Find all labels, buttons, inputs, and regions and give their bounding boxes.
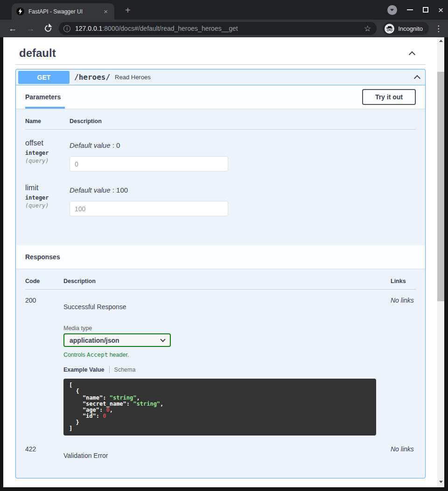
parameters-header: Parameters Try it out xyxy=(16,85,425,109)
browser-tab[interactable]: FastAPI - Swagger UI × xyxy=(12,3,114,20)
back-button[interactable]: ← xyxy=(8,24,17,33)
incognito-label: Incognito xyxy=(398,25,423,32)
divider xyxy=(109,366,110,373)
tab-example-value[interactable]: Example Value xyxy=(63,367,105,373)
param-limit-input[interactable] xyxy=(70,201,228,216)
url-host: 127.0.0.1 xyxy=(75,25,102,32)
browser-titlebar: FastAPI - Swagger UI × + × xyxy=(0,0,448,20)
media-type-label: Media type xyxy=(63,325,391,332)
url-path: :8000/docs#/default/read_heroes_heroes__… xyxy=(102,25,238,32)
opblock-summary[interactable]: GET /heroes/ Read Heroes xyxy=(16,69,425,85)
column-header-name: Name xyxy=(25,118,70,129)
column-header-resp-description: Description xyxy=(63,278,391,289)
tag-header[interactable]: default xyxy=(15,43,426,64)
parameters-table: Name Description offset integer (query) … xyxy=(16,109,425,245)
opblock-get-heroes: GET /heroes/ Read Heroes Parameters Try … xyxy=(15,69,426,478)
page-scrollbar[interactable] xyxy=(437,37,444,487)
response-200-code: 200 xyxy=(25,290,63,436)
window-close-button[interactable]: × xyxy=(438,6,443,14)
site-info-icon[interactable]: i xyxy=(63,25,70,32)
fastapi-favicon-icon xyxy=(16,7,24,15)
param-offset-description-cell: Default value : 0 xyxy=(70,130,416,172)
chevron-down-icon xyxy=(160,337,165,342)
accept-header-hint: Controls Accept header. xyxy=(63,351,391,358)
param-limit-name-cell: limit integer (query) xyxy=(25,172,70,216)
tab-close-icon[interactable]: × xyxy=(102,7,110,16)
address-bar[interactable]: i 127.0.0.1:8000/docs#/default/read_hero… xyxy=(59,22,377,35)
collapse-tag-icon[interactable] xyxy=(409,51,415,57)
column-header-description: Description xyxy=(70,118,416,129)
param-offset-input[interactable] xyxy=(70,156,228,172)
scrollbar-thumb[interactable] xyxy=(437,72,444,301)
window-maximize-button[interactable] xyxy=(423,7,428,13)
tab-title: FastAPI - Swagger UI xyxy=(28,8,102,15)
response-200-description-cell: Successful Response Media type applicati… xyxy=(63,290,391,436)
bookmark-star-icon[interactable]: ☆ xyxy=(364,24,371,34)
incognito-icon xyxy=(385,24,394,34)
browser-menu-icon[interactable]: ⋮ xyxy=(434,24,442,34)
responses-title: Responses xyxy=(25,253,60,261)
endpoint-summary: Read Heroes xyxy=(115,74,151,81)
reload-button[interactable] xyxy=(45,25,51,32)
response-200-links: No links xyxy=(391,290,416,436)
response-422-description: Validation Error xyxy=(63,452,391,459)
collapse-operation-icon[interactable] xyxy=(414,75,420,81)
window-minimize-button[interactable] xyxy=(407,9,413,10)
http-method-badge: GET xyxy=(18,71,70,84)
browser-toolbar: ← → i 127.0.0.1:8000/docs#/default/read_… xyxy=(0,20,448,37)
param-limit-description-cell: Default value : 100 xyxy=(70,172,416,216)
example-code[interactable]: [ { "name": "string", "secret_name": "st… xyxy=(63,379,376,436)
tab-schema[interactable]: Schema xyxy=(114,367,136,373)
media-type-select[interactable]: application/json xyxy=(63,333,171,347)
swagger-page: default GET /heroes/ Read Heroes Paramet… xyxy=(3,37,437,487)
response-422-links: No links xyxy=(391,438,416,459)
column-header-links: Links xyxy=(391,278,416,289)
scroll-down-icon[interactable] xyxy=(437,478,444,485)
tab-search-icon[interactable] xyxy=(387,5,397,15)
active-tab-underline xyxy=(25,107,65,109)
param-offset-name-cell: offset integer (query) xyxy=(25,130,70,172)
forward-button[interactable]: → xyxy=(26,24,35,33)
responses-table: Code Description Links 200 Successful Re… xyxy=(16,269,425,478)
endpoint-path: /heroes/ xyxy=(74,73,110,82)
tab-parameters[interactable]: Parameters xyxy=(25,85,63,109)
url-text: 127.0.0.1:8000/docs#/default/read_heroes… xyxy=(75,25,363,32)
response-422-description-cell: Validation Error xyxy=(63,438,391,459)
responses-header: Responses xyxy=(16,245,425,269)
scroll-up-icon[interactable] xyxy=(437,37,444,44)
tag-title: default xyxy=(19,47,56,60)
try-it-out-button[interactable]: Try it out xyxy=(362,89,416,105)
response-422-code: 422 xyxy=(25,438,63,459)
new-tab-button[interactable]: + xyxy=(122,4,133,17)
response-200-description: Successful Response xyxy=(63,303,391,311)
column-header-code: Code xyxy=(25,278,63,289)
incognito-badge: Incognito xyxy=(383,22,429,35)
divider xyxy=(15,64,426,65)
